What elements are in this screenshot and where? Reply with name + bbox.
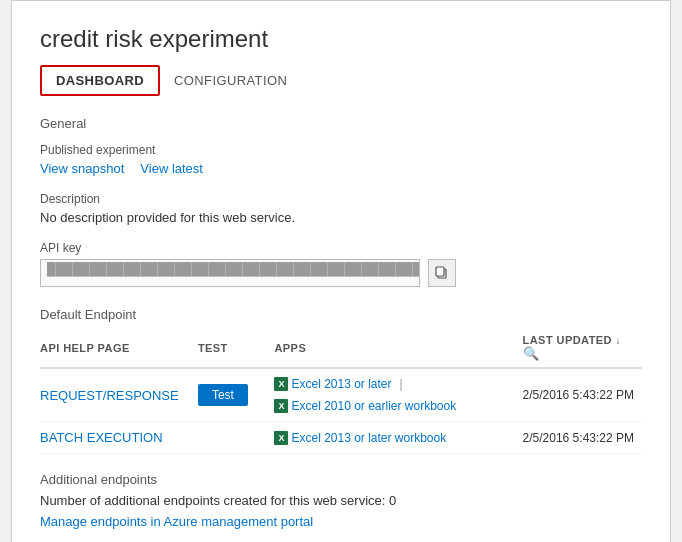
additional-endpoints-section: Additional endpoints Number of additiona… — [40, 472, 642, 530]
published-experiment-links: View snapshot View latest — [40, 161, 642, 176]
general-label: General — [40, 116, 642, 131]
batch-execution-link[interactable]: BATCH EXECUTION — [40, 430, 163, 445]
endpoint-table: API HELP PAGE TEST APPS LAST UPDATED ↓ 🔍… — [40, 330, 642, 454]
api-key-field[interactable]: ████████████████████████████████████████… — [40, 259, 420, 287]
excel-2013-link-2[interactable]: X Excel 2013 or later workbook — [274, 431, 446, 445]
separator-1: | — [400, 377, 403, 391]
table-row: REQUEST/RESPONSE Test X Excel 2013 or la… — [40, 368, 642, 422]
date-cell-2: 2/5/2016 5:43:22 PM — [523, 422, 642, 454]
request-response-link[interactable]: REQUEST/RESPONSE — [40, 388, 179, 403]
col-test: TEST — [198, 330, 275, 368]
apps-row-2: X Excel 2013 or later workbook — [274, 431, 514, 445]
svg-rect-1 — [436, 267, 444, 276]
col-last-updated: LAST UPDATED ↓ 🔍 — [523, 330, 642, 368]
table-row: BATCH EXECUTION X Excel 2013 or later wo… — [40, 422, 642, 454]
apps-row-1: X Excel 2013 or later | X Excel 2010 or … — [274, 377, 514, 413]
api-key-row: ████████████████████████████████████████… — [40, 259, 642, 287]
col-api-help-page: API HELP PAGE — [40, 330, 198, 368]
published-experiment-label: Published experiment — [40, 143, 642, 157]
tab-configuration[interactable]: CONFIGURATION — [160, 67, 301, 94]
apps-cell-2: X Excel 2013 or later workbook — [274, 422, 522, 454]
description-text: No description provided for this web ser… — [40, 210, 642, 225]
request-response-link-cell: REQUEST/RESPONSE — [40, 368, 198, 422]
table-header-row: API HELP PAGE TEST APPS LAST UPDATED ↓ 🔍 — [40, 330, 642, 368]
excel-2013-link-1[interactable]: X Excel 2013 or later — [274, 377, 391, 391]
main-window: credit risk experiment DASHBOARD CONFIGU… — [11, 0, 671, 542]
excel-2010-link[interactable]: X Excel 2010 or earlier workbook — [274, 399, 456, 413]
tab-dashboard[interactable]: DASHBOARD — [40, 65, 160, 96]
default-endpoint-title: Default Endpoint — [40, 307, 642, 322]
tab-bar: DASHBOARD CONFIGURATION — [40, 65, 642, 96]
col-apps: APPS — [274, 330, 522, 368]
batch-execution-link-cell: BATCH EXECUTION — [40, 422, 198, 454]
test-button[interactable]: Test — [198, 384, 248, 406]
copy-api-key-button[interactable] — [428, 259, 456, 287]
excel-icon-2: X — [274, 399, 288, 413]
sort-arrow-icon: ↓ — [616, 335, 621, 346]
test-empty-cell — [198, 422, 275, 454]
test-button-cell: Test — [198, 368, 275, 422]
apps-cell-1: X Excel 2013 or later | X Excel 2010 or … — [274, 368, 522, 422]
description-label: Description — [40, 192, 642, 206]
search-icon[interactable]: 🔍 — [523, 346, 539, 361]
copy-icon — [435, 266, 449, 280]
view-snapshot-link[interactable]: View snapshot — [40, 161, 124, 176]
excel-icon-1: X — [274, 377, 288, 391]
additional-endpoints-count: Number of additional endpoints created f… — [40, 493, 642, 508]
date-cell-1: 2/5/2016 5:43:22 PM — [523, 368, 642, 422]
view-latest-link[interactable]: View latest — [140, 161, 203, 176]
manage-endpoints-link[interactable]: Manage endpoints in Azure management por… — [40, 514, 313, 529]
api-key-label: API key — [40, 241, 642, 255]
additional-endpoints-title: Additional endpoints — [40, 472, 642, 487]
page-title: credit risk experiment — [40, 25, 642, 53]
excel-icon-3: X — [274, 431, 288, 445]
